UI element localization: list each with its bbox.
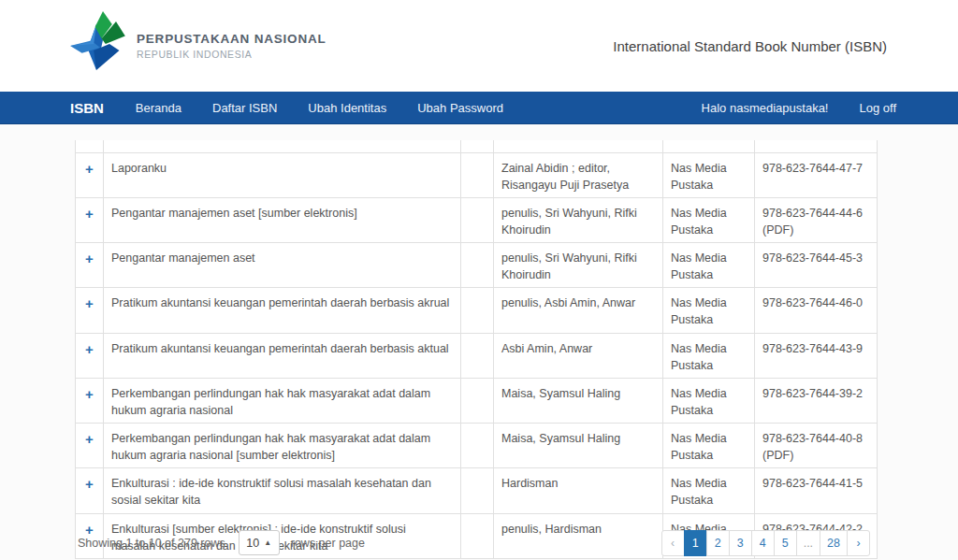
cell-publisher: Nas Media Pustaka [663, 288, 755, 333]
logoff-link[interactable]: Log off [859, 101, 896, 115]
brand-text: PERPUSTAKAAN NASIONAL REPUBLIK INDONESIA [137, 32, 327, 60]
cell-title: Perkembangan perlindungan hak hak masyar… [104, 378, 461, 423]
cell-authors: Maisa, Syamsul Haling [494, 424, 663, 468]
table-row: + Pengantar manajemen aset [sumber elekt… [76, 197, 878, 242]
cell-publisher: Nas Media Pustaka [663, 424, 755, 468]
isbn-table-container: + Laporanku Zainal Abidin ; editor, Risa… [75, 140, 877, 559]
nav-item-daftar-isbn[interactable]: Daftar ISBN [212, 101, 277, 115]
pagination-page-2[interactable]: 2 [706, 530, 730, 556]
isbn-table-body: + Laporanku Zainal Abidin ; editor, Risa… [76, 140, 878, 558]
cell-title: Enkulturasi : ide-ide konstruktif solusi… [104, 468, 461, 513]
table-row: + Perkembangan perlindungan hak hak masy… [76, 378, 878, 423]
table-row: + Pratikum akuntansi keuangan pemerintah… [76, 333, 878, 378]
expand-row-button[interactable]: + [85, 294, 94, 314]
cell-empty [461, 424, 494, 468]
library-brand: PERPUSTAKAAN NASIONAL REPUBLIK INDONESIA [64, 9, 327, 82]
expand-row-button[interactable]: + [85, 204, 94, 224]
expand-row-button[interactable]: + [85, 249, 94, 269]
page-size-dropdown[interactable]: 10 ▲ [239, 530, 280, 555]
nav-item-ubah-identitas[interactable]: Ubah Identitas [308, 101, 386, 115]
cell-publisher: Nas Media Pustaka [663, 468, 755, 513]
table-row: + Enkulturasi : ide-ide konstruktif solu… [76, 468, 878, 513]
table-row: + Laporanku Zainal Abidin ; editor, Risa… [76, 152, 878, 197]
cell-authors: Asbi Amin, Anwar [494, 333, 663, 378]
cell-publisher: Nas Media Pustaka [663, 152, 755, 197]
table-row: + Perkembangan perlindungan hak hak masy… [76, 424, 878, 468]
cell-authors: Maisa, Syamsul Haling [494, 378, 663, 423]
org-subtitle: REPUBLIK INDONESIA [137, 49, 327, 60]
pagination-prev-button[interactable]: ‹ [661, 530, 685, 556]
table-header-cutoff-row [76, 140, 878, 152]
org-name: PERPUSTAKAAN NASIONAL [137, 32, 327, 46]
page: PERPUSTAKAAN NASIONAL REPUBLIK INDONESIA… [0, 0, 958, 560]
showing-rows-label: Showing 1 to 10 of 279 rows [78, 537, 225, 550]
nav-left: ISBN BerandaDaftar ISBNUbah IdentitasUba… [70, 100, 534, 116]
cell-publisher: Nas Media Pustaka [663, 333, 755, 378]
caret-up-icon: ▲ [264, 538, 271, 547]
isbn-table: + Laporanku Zainal Abidin ; editor, Risa… [75, 140, 878, 559]
cell-publisher: Nas Media Pustaka [663, 243, 755, 288]
table-footer: Showing 1 to 10 of 279 rows 10 ▲ rows pe… [75, 525, 877, 560]
cell-isbn: 978-623-7644-47-7 [755, 152, 878, 197]
pagination-ellipsis: ... [796, 530, 820, 556]
perpusnas-star-logo [64, 9, 129, 82]
cell-empty [461, 243, 494, 288]
nav-user-greeting[interactable]: Halo nasmediapustaka! [702, 101, 829, 115]
cell-title: Pengantar manajemen aset [sumber elektro… [104, 197, 461, 242]
page-size-value: 10 [246, 537, 259, 550]
nav-brand-isbn[interactable]: ISBN [70, 100, 104, 116]
cell-title: Pengantar manajemen aset [104, 243, 461, 288]
cell-title: Pratikum akuntansi keuangan pemerintah d… [104, 333, 461, 378]
cell-publisher: Nas Media Pustaka [663, 378, 755, 423]
pagination-page-5[interactable]: 5 [774, 530, 797, 556]
cell-authors: penulis, Sri Wahyuni, Rifki Khoirudin [494, 243, 663, 288]
cell-empty [461, 333, 494, 378]
cell-publisher: Nas Media Pustaka [663, 197, 755, 242]
nav-item-beranda[interactable]: Beranda [136, 101, 181, 115]
pagination-page-3[interactable]: 3 [729, 530, 752, 556]
nav-right: Halo nasmediapustaka! Log off [702, 101, 958, 115]
cell-isbn: 978-623-7644-45-3 [755, 243, 878, 288]
cell-isbn: 978-623-7644-46-0 [755, 288, 878, 333]
cell-authors: Zainal Abidin ; editor, Risangayu Puji P… [494, 152, 663, 197]
cell-empty [461, 152, 494, 197]
pagination: ‹12345...28› [661, 530, 870, 556]
cell-isbn: 978-623-7644-44-6 (PDF) [755, 197, 878, 242]
cell-authors: Hardisman [494, 468, 663, 513]
cell-title: Perkembangan perlindungan hak hak masyar… [104, 424, 461, 468]
table-row: + Pengantar manajemen aset penulis, Sri … [76, 243, 878, 288]
nav-items-container: BerandaDaftar ISBNUbah IdentitasUbah Pas… [136, 101, 534, 115]
cell-authors: penulis, Asbi Amin, Anwar [494, 288, 663, 333]
table-row: + Pratikum akuntansi keuangan pemerintah… [76, 288, 878, 333]
expand-row-button[interactable]: + [85, 474, 94, 495]
pagination-page-28[interactable]: 28 [820, 530, 848, 556]
pagination-page-1[interactable]: 1 [684, 530, 707, 556]
site-header: PERPUSTAKAAN NASIONAL REPUBLIK INDONESIA… [0, 0, 958, 92]
main-nav: ISBN BerandaDaftar ISBNUbah IdentitasUba… [0, 92, 958, 124]
cell-title: Pratikum akuntansi keuangan pemerintah d… [104, 288, 461, 333]
expand-row-button[interactable]: + [85, 384, 94, 405]
cell-isbn: 978-623-7644-39-2 [755, 378, 878, 423]
pagination-next-button[interactable]: › [847, 530, 870, 556]
rows-per-page-label: rows per page [291, 537, 365, 550]
cell-empty [461, 468, 494, 513]
cell-authors: penulis, Sri Wahyuni, Rifki Khoirudin [494, 197, 663, 242]
cell-empty [461, 197, 494, 242]
cell-title: Laporanku [104, 152, 461, 197]
cell-isbn: 978-623-7644-40-8 (PDF) [755, 424, 878, 468]
cell-empty [461, 288, 494, 333]
expand-row-button[interactable]: + [85, 429, 94, 450]
cell-empty [461, 378, 494, 423]
cell-isbn: 978-623-7644-41-5 [755, 468, 878, 513]
page-title: International Standard Book Number (ISBN… [613, 38, 887, 54]
expand-row-button[interactable]: + [85, 339, 94, 360]
pagination-page-4[interactable]: 4 [751, 530, 775, 556]
expand-row-button[interactable]: + [85, 159, 94, 179]
nav-item-ubah-password[interactable]: Ubah Password [417, 101, 503, 115]
cell-isbn: 978-623-7644-43-9 [755, 333, 878, 378]
